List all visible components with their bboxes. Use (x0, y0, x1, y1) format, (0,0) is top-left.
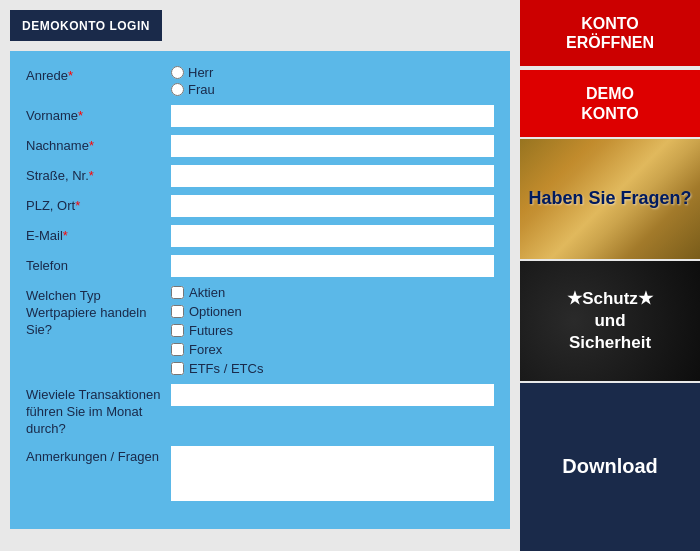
plz-row: PLZ, Ort* (26, 195, 494, 217)
anrede-label: Anrede* (26, 65, 171, 85)
strasse-label: Straße, Nr.* (26, 165, 171, 185)
sicherheit-line1: ★Schutz★ (567, 288, 653, 310)
sicherheit-text: ★Schutz★ und Sicherheit (559, 280, 661, 362)
aktien-checkbox[interactable] (171, 286, 184, 299)
sicherheit-image-box[interactable]: ★Schutz★ und Sicherheit (520, 261, 700, 381)
anrede-required: * (68, 68, 73, 83)
vorname-input[interactable] (171, 105, 494, 127)
fragen-image-box[interactable]: Haben Sie Fragen? (520, 139, 700, 259)
herr-radio[interactable] (171, 66, 184, 79)
telefon-input[interactable] (171, 255, 494, 277)
herr-label: Herr (188, 65, 213, 80)
aktien-label: Aktien (189, 285, 225, 300)
demo-konto-button[interactable]: DEMO KONTO (520, 68, 700, 136)
email-input[interactable] (171, 225, 494, 247)
email-label: E-Mail* (26, 225, 171, 245)
herr-radio-label[interactable]: Herr (171, 65, 215, 80)
optionen-checkbox[interactable] (171, 305, 184, 318)
etfs-checkbox-label[interactable]: ETFs / ETCs (171, 361, 263, 376)
transaktionen-label: Wieviele Transaktionen führen Sie im Mon… (26, 384, 171, 438)
futures-checkbox-label[interactable]: Futures (171, 323, 263, 338)
fragen-text: Haben Sie Fragen? (520, 180, 699, 218)
nachname-input[interactable] (171, 135, 494, 157)
futures-label: Futures (189, 323, 233, 338)
anmerkungen-row: Anmerkungen / Fragen (26, 446, 494, 501)
right-column: KONTO ERÖFFNEN DEMO KONTO Haben Sie Frag… (520, 0, 700, 551)
etfs-label: ETFs / ETCs (189, 361, 263, 376)
frau-radio-label[interactable]: Frau (171, 82, 215, 97)
download-button[interactable]: Download (520, 383, 700, 551)
frau-radio[interactable] (171, 83, 184, 96)
strasse-row: Straße, Nr.* (26, 165, 494, 187)
sicherheit-line3: Sicherheit (567, 332, 653, 354)
futures-checkbox[interactable] (171, 324, 184, 337)
nachname-row: Nachname* (26, 135, 494, 157)
aktien-checkbox-label[interactable]: Aktien (171, 285, 263, 300)
wertpapiere-row: Welchen Typ Wertpapiere handeln Sie? Akt… (26, 285, 494, 376)
anrede-radio-group: Herr Frau (171, 65, 215, 97)
forex-checkbox-label[interactable]: Forex (171, 342, 263, 357)
wertpapiere-checkbox-group: Aktien Optionen Futures Forex ETFs / ETC… (171, 285, 263, 376)
plz-input[interactable] (171, 195, 494, 217)
optionen-checkbox-label[interactable]: Optionen (171, 304, 263, 319)
anrede-row: Anrede* Herr Frau (26, 65, 494, 97)
transaktionen-input[interactable] (171, 384, 494, 406)
optionen-label: Optionen (189, 304, 242, 319)
telefon-label: Telefon (26, 255, 171, 275)
konto-eroeffnen-button[interactable]: KONTO ERÖFFNEN (520, 0, 700, 66)
download-label: Download (562, 455, 658, 478)
forex-label: Forex (189, 342, 222, 357)
nachname-label: Nachname* (26, 135, 171, 155)
vorname-row: Vorname* (26, 105, 494, 127)
vorname-label: Vorname* (26, 105, 171, 125)
wertpapiere-label: Welchen Typ Wertpapiere handeln Sie? (26, 285, 171, 339)
forex-checkbox[interactable] (171, 343, 184, 356)
plz-label: PLZ, Ort* (26, 195, 171, 215)
sicherheit-line2: und (567, 310, 653, 332)
anmerkungen-textarea[interactable] (171, 446, 494, 501)
header-title: DEMOKONTO LOGIN (22, 19, 150, 33)
transaktionen-row: Wieviele Transaktionen führen Sie im Mon… (26, 384, 494, 438)
frau-label: Frau (188, 82, 215, 97)
registration-form: Anrede* Herr Frau Vorname* (10, 51, 510, 529)
email-row: E-Mail* (26, 225, 494, 247)
telefon-row: Telefon (26, 255, 494, 277)
header-bar: DEMOKONTO LOGIN (10, 10, 162, 41)
etfs-checkbox[interactable] (171, 362, 184, 375)
anmerkungen-label: Anmerkungen / Fragen (26, 446, 171, 466)
left-column: DEMOKONTO LOGIN Anrede* Herr Frau Vor (0, 0, 520, 551)
strasse-input[interactable] (171, 165, 494, 187)
